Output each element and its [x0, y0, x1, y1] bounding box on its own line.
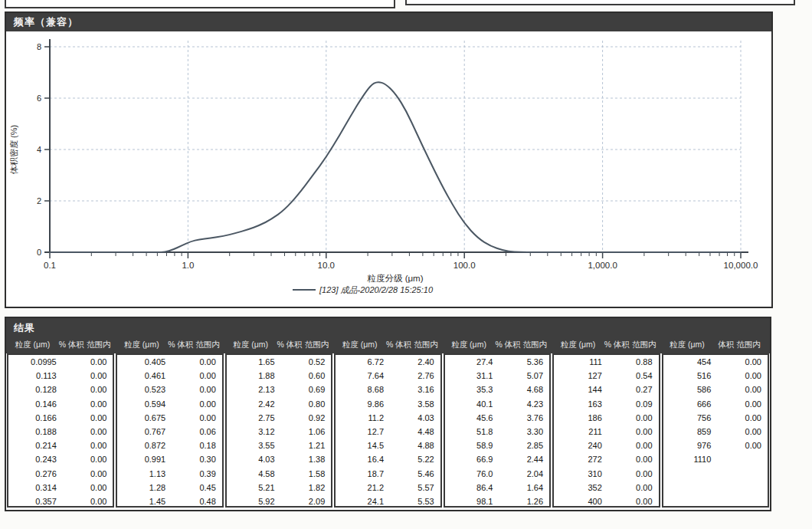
pct-volume-value: 0.00 [57, 413, 113, 422]
volume-in-range-column-header: % 体积 范围内 [493, 338, 549, 350]
x-tick-label: 100.0 [453, 261, 476, 270]
table-row: 12.74.48 [336, 425, 440, 439]
pct-volume-value: 1.82 [275, 483, 332, 492]
pct-volume-value: 4.23 [493, 399, 549, 409]
size-value: 98.1 [445, 497, 493, 506]
table-row: 86.41.64 [445, 481, 549, 495]
table-row: 7.642.76 [336, 369, 440, 383]
size-value: 11.2 [336, 413, 384, 422]
table-row: 1110 [663, 452, 768, 466]
pct-volume-value: 5.57 [384, 483, 440, 492]
table-row: 27.45.36 [445, 355, 549, 369]
table-row: 8590.00 [663, 425, 768, 439]
volume-in-range-column-header: % 体积 范围内 [165, 338, 222, 350]
size-value: 40.1 [445, 399, 493, 409]
size-value: 18.7 [336, 469, 384, 478]
size-column-header: 粒度 (μm) [117, 338, 165, 350]
size-value: 12.7 [336, 427, 384, 436]
results-table-body: 0.09950.000.1130.000.1280.000.1460.000.1… [6, 353, 770, 508]
size-value: 272 [554, 455, 602, 464]
pct-volume-value: 4.88 [384, 441, 440, 450]
table-row: 0.1280.00 [8, 383, 113, 396]
table-row: 1110.88 [554, 355, 658, 369]
size-column-header: 粒度 (μm) [336, 338, 384, 350]
size-value: 586 [663, 385, 712, 394]
pct-volume-value: 0.00 [57, 455, 113, 464]
results-column-headers: 粒度 (μm)% 体积 范围内粒度 (μm)% 体积 范围内粒度 (μm)% 体… [6, 337, 770, 352]
table-row: 35.34.68 [445, 383, 549, 396]
pct-volume-value: 0.00 [711, 371, 768, 380]
frequency-curve [50, 82, 741, 252]
column-header-group: 粒度 (μm)% 体积 范围内 [116, 337, 223, 352]
pct-volume-value: 0.69 [275, 385, 332, 394]
column-header-group: 粒度 (μm)% 体积 范围内 [225, 337, 332, 352]
pct-volume-value: 0.00 [165, 399, 222, 409]
size-value: 976 [663, 441, 712, 450]
size-value: 76.0 [445, 469, 493, 478]
pct-volume-value: 0.60 [275, 371, 332, 380]
table-row: 3520.00 [554, 481, 658, 495]
y-axis-label: 体积密度 (%) [9, 125, 18, 175]
pct-volume-value: 0.00 [711, 399, 768, 409]
chart-panel-title: 频率（兼容） [6, 13, 771, 31]
size-value: 1.88 [227, 371, 275, 380]
table-row: 5.922.09 [227, 495, 331, 508]
size-value: 2.42 [227, 399, 275, 409]
size-value: 0.461 [117, 371, 165, 380]
table-row: 1.280.45 [117, 481, 221, 495]
column-header-group: 粒度 (μm)% 体积 范围内 [334, 337, 441, 352]
pct-volume-value: 2.04 [493, 469, 549, 478]
pct-volume-value: 1.38 [275, 455, 332, 464]
table-row: 21.25.57 [336, 481, 440, 495]
column-header-group: 粒度 (μm)体积 范围内 [662, 337, 769, 352]
size-value: 666 [663, 399, 712, 409]
pct-volume-value: 1.26 [493, 497, 549, 506]
table-row: 0.3570.00 [8, 495, 113, 508]
pct-volume-value: 2.40 [384, 357, 440, 366]
pct-volume-value: 0.00 [602, 469, 659, 478]
results-group-box: 4540.005160.005860.006660.007560.008590.… [662, 353, 769, 508]
pct-volume-value: 0.00 [711, 357, 768, 366]
pct-volume-value: 5.53 [384, 497, 440, 506]
y-tick-label: 8 [37, 42, 41, 51]
size-value: 240 [554, 441, 602, 450]
size-value: 16.4 [336, 455, 384, 464]
size-value: 21.2 [336, 483, 384, 492]
volume-in-range-column-header: % 体积 范围内 [384, 338, 440, 350]
pct-volume-value: 0.00 [602, 483, 659, 492]
size-value: 144 [554, 385, 602, 394]
table-row: 14.54.88 [336, 439, 440, 452]
volume-in-range-column-header: % 体积 范围内 [275, 338, 332, 350]
table-row: 0.4610.00 [117, 369, 221, 383]
size-value: 0.214 [8, 441, 57, 450]
size-value: 14.5 [336, 441, 384, 450]
results-group-box: 1110.881270.541440.271630.091860.002110.… [552, 353, 660, 508]
size-value: 6.72 [336, 357, 384, 366]
pct-volume-value: 0.45 [165, 483, 222, 492]
table-row: 5.211.82 [227, 481, 331, 495]
size-value: 9.86 [336, 399, 384, 409]
pct-volume-value: 4.68 [493, 385, 549, 394]
pct-volume-value: 0.06 [165, 427, 222, 436]
size-value: 7.64 [336, 371, 384, 380]
table-row: 3.121.06 [227, 425, 331, 439]
pct-volume-value: 0.00 [602, 413, 659, 422]
results-group-box: 0.09950.000.1130.000.1280.000.1460.000.1… [7, 353, 114, 508]
column-header-group: 粒度 (μm)% 体积 范围内 [444, 337, 551, 352]
pct-volume-value: 0.48 [165, 497, 222, 506]
pct-volume-value: 0.00 [57, 357, 113, 366]
table-row: 1630.09 [554, 397, 658, 411]
size-value: 0.113 [8, 371, 57, 380]
table-row: 0.2760.00 [8, 467, 113, 481]
pct-volume-value: 3.76 [493, 413, 549, 422]
table-row: 9760.00 [663, 439, 768, 452]
pct-volume-value: 2.44 [493, 455, 549, 464]
x-tick-label: 10,000.0 [724, 261, 758, 270]
table-row: 2.130.69 [227, 383, 331, 396]
pct-volume-value: 2.76 [384, 371, 440, 380]
table-row: 9.863.58 [336, 397, 440, 411]
pct-volume-value: 0.00 [57, 427, 113, 436]
results-group-box: 0.4050.000.4610.000.5230.000.5940.000.67… [116, 353, 223, 508]
table-row: 7560.00 [663, 411, 768, 425]
pct-volume-value: 2.09 [275, 497, 332, 506]
